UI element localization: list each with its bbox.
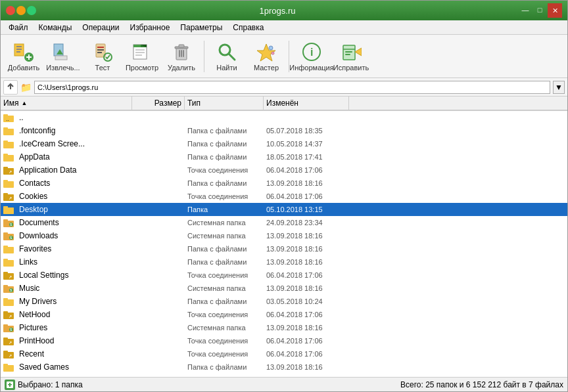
folder-icon (3, 244, 14, 253)
file-name-cell: Favorites (1, 244, 132, 254)
svg-text:i: i (310, 47, 313, 58)
add-button[interactable]: Добавить (5, 38, 43, 75)
table-row[interactable]: S Documents Системная папка 24.09.2018 2… (1, 216, 567, 229)
delete-button[interactable]: Удалить (162, 38, 201, 75)
table-row[interactable]: ↗ Local Settings Точка соединения 06.04.… (1, 269, 567, 282)
svg-rect-3 (16, 51, 20, 53)
view-button[interactable]: Просмотр (123, 38, 161, 75)
svg-rect-17 (135, 49, 145, 51)
file-type-cell: Папка с файлами (185, 297, 264, 306)
table-row[interactable]: Desktop Папка 05.10.2018 13:15 (1, 203, 567, 216)
table-row[interactable]: ↗ Cookies Точка соединения 06.04.2018 17… (1, 190, 567, 203)
col-header-size[interactable]: Размер (132, 97, 185, 110)
file-type-cell: Системная папка (185, 323, 264, 332)
delete-label: Удалить (168, 64, 195, 72)
test-label: Тест (95, 64, 110, 72)
table-row[interactable]: ↗ NetHood Точка соединения 06.04.2018 17… (1, 308, 567, 321)
file-name-cell: ↗ Cookies (1, 191, 132, 202)
file-name-text: Local Settings (19, 271, 68, 280)
table-row[interactable]: .IceCream Scree... Папка с файлами 10.05… (1, 137, 567, 150)
menu-file[interactable]: Файл (3, 22, 34, 33)
info-button[interactable]: i Информация (293, 38, 331, 75)
file-name-cell: ↗ Local Settings (1, 270, 132, 280)
find-label: Найти (216, 64, 237, 72)
link-folder-icon: ↗ (3, 192, 14, 201)
find-button[interactable]: Найти (208, 38, 246, 75)
file-type-cell (185, 117, 264, 118)
svg-text:↗: ↗ (9, 170, 12, 174)
table-row[interactable]: S Music Системная папка 13.09.2018 18:16 (1, 282, 567, 295)
table-row[interactable]: ↗ PrintHood Точка соединения 06.04.2018 … (1, 334, 567, 347)
system-folder-icon: S (3, 284, 14, 293)
table-row[interactable]: Saved Games Папка с файлами 13.09.2018 1… (1, 360, 567, 374)
title-bar: 1progs.ru — □ ✕ (1, 1, 567, 20)
maximize-button[interactable]: □ (533, 3, 546, 16)
file-modified-cell: 05.07.2018 18:35 (264, 126, 349, 135)
menu-help[interactable]: Справка (227, 22, 269, 33)
table-row[interactable]: .fontconfig Папка с файлами 05.07.2018 1… (1, 124, 567, 137)
col-header-modified[interactable]: Изменён (264, 97, 349, 110)
table-row[interactable]: .. .. (1, 111, 567, 124)
svg-rect-12 (97, 49, 104, 51)
file-size-cell (132, 248, 185, 250)
file-size-cell (132, 327, 185, 328)
col-header-name[interactable]: Имя ▲ (1, 97, 132, 110)
file-modified-cell: 13.09.2018 18:16 (264, 323, 349, 332)
svg-rect-90 (3, 351, 8, 353)
file-name-cell: ↗ Application Data (1, 165, 132, 175)
svg-rect-45 (3, 141, 8, 143)
file-type-cell: Папка с файлами (185, 244, 264, 253)
svg-point-31 (272, 52, 274, 54)
link-folder-icon: ↗ (3, 310, 14, 319)
address-input[interactable] (34, 81, 550, 94)
file-modified-cell: 05.10.2018 13:15 (264, 205, 349, 214)
svg-rect-24 (179, 45, 184, 47)
nav-up-button[interactable] (3, 80, 18, 95)
address-dropdown[interactable]: ▼ (553, 81, 565, 94)
svg-rect-26 (181, 50, 182, 57)
red-icon (6, 6, 15, 15)
table-row[interactable]: S Downloads Системная папка 13.09.2018 1… (1, 229, 567, 242)
title-bar-left (6, 6, 36, 15)
wizard-button[interactable]: Мастер (247, 38, 285, 75)
table-row[interactable]: Contacts Папка с файлами 13.09.2018 18:1… (1, 177, 567, 190)
file-name-text: NetHood (19, 310, 50, 319)
up-folder-icon: .. (3, 113, 14, 122)
status-bar: Выбрано: 1 папка Всего: 25 папок и 6 152… (1, 377, 567, 391)
minimize-button[interactable]: — (519, 3, 532, 16)
menu-params[interactable]: Параметры (175, 22, 227, 33)
svg-rect-2 (16, 49, 22, 50)
menu-favorites[interactable]: Избранное (125, 22, 176, 33)
table-row[interactable]: Favorites Папка с файлами 13.09.2018 18:… (1, 242, 567, 255)
file-size-cell (132, 209, 185, 210)
window-control-icons (6, 6, 36, 15)
close-button[interactable]: ✕ (548, 3, 562, 18)
file-name-text: AppData (19, 152, 50, 162)
file-size-cell (132, 130, 185, 131)
add-label: Добавить (8, 64, 40, 72)
table-row[interactable]: ↗ Application Data Точка соединения 06.0… (1, 163, 567, 177)
table-row[interactable]: My Drivers Папка с файлами 03.05.2018 10… (1, 295, 567, 308)
file-list-header: Имя ▲ Размер Тип Изменён (1, 97, 567, 111)
table-row[interactable]: Links Папка с файлами 13.09.2018 18:16 (1, 255, 567, 269)
repair-label: Исправить (333, 64, 369, 72)
table-row[interactable]: ↗ Recent Точка соединения 06.04.2018 17:… (1, 347, 567, 360)
yellow-icon (16, 6, 26, 15)
menu-operations[interactable]: Операции (77, 22, 124, 33)
menu-commands[interactable]: Команды (34, 22, 78, 33)
table-row[interactable]: AppData Папка с файлами 18.05.2018 17:41 (1, 150, 567, 163)
repair-button[interactable]: Исправить (332, 38, 370, 75)
file-type-cell: Системная папка (185, 231, 264, 240)
col-header-type[interactable]: Тип (185, 97, 264, 110)
test-button[interactable]: Тест (83, 38, 122, 75)
file-type-cell: Папка с файлами (185, 362, 264, 372)
svg-rect-19 (135, 54, 142, 56)
wizard-icon (256, 41, 277, 62)
file-size-cell (132, 196, 185, 197)
delete-icon (171, 41, 192, 62)
window-title: 1progs.ru (36, 6, 519, 16)
system-folder-icon: S (3, 323, 14, 332)
title-controls: — □ ✕ (519, 3, 562, 18)
extract-button[interactable]: Извлечь... (44, 38, 82, 75)
table-row[interactable]: S Pictures Системная папка 13.09.2018 18… (1, 321, 567, 334)
